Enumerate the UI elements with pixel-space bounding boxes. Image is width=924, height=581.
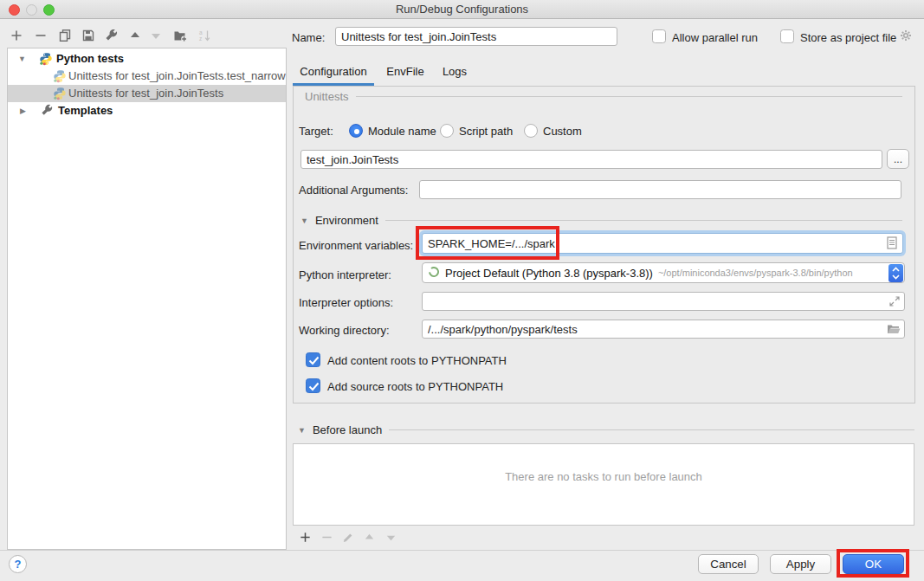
interpreter-name: Project Default (Python 3.8 (pyspark-3.8… [445,267,653,280]
add-icon [299,531,312,544]
add-configuration-button[interactable] [10,29,23,44]
save-icon [81,29,95,42]
svg-text:z: z [199,36,202,42]
templates-wrench-icon [41,104,54,122]
tree-item-test-narrow[interactable]: Unittests for test_join.JoinTests.test_n… [8,68,286,85]
browse-folder-icon[interactable] [887,323,901,338]
combobox-stepper[interactable] [888,264,903,282]
working-directory-input[interactable] [422,320,905,339]
sort-alphabetically-icon: az [197,29,211,42]
move-up-icon [128,29,142,42]
move-down-button [149,29,163,44]
expanded-chevron-icon[interactable]: ▼ [18,50,26,68]
footer-separator [0,550,924,551]
before-launch-move-up-button [363,531,376,545]
configuration-options-panel: Unittests Target: Module name Script pat… [293,86,915,403]
remove-configuration-button[interactable] [34,29,48,44]
before-launch-add-button[interactable] [299,531,312,545]
environment-variables-label: Environment variables: [299,239,413,252]
edit-templates-button[interactable] [105,29,119,44]
python-interpreter-label: Python interpreter: [299,268,391,281]
environment-section-chevron-icon[interactable]: ▼ [300,216,308,225]
new-folder-icon [173,29,187,42]
before-launch-move-down-button [384,531,397,545]
store-as-project-file-label: Store as project file [800,31,896,44]
move-up-button[interactable] [128,29,142,44]
pencil-icon [341,531,354,544]
radio-custom[interactable] [524,124,538,138]
working-directory-label: Working directory: [299,324,390,337]
allow-parallel-run-checkbox[interactable] [652,29,666,43]
collapsed-chevron-icon[interactable]: ▶ [20,102,26,119]
before-launch-task-list: There are no tasks to run before launch [293,443,914,526]
add-content-roots-checkbox[interactable] [306,352,320,367]
tree-item-label: Templates [58,102,113,119]
additional-arguments-label: Additional Arguments: [299,184,408,197]
store-as-project-file-checkbox[interactable] [780,29,794,43]
interpreter-options-label: Interpreter options: [299,296,393,309]
remove-icon [320,531,333,544]
add-source-roots-label: Add source roots to PYTHONPATH [327,380,503,393]
tree-item-templates[interactable]: ▶ Templates [8,102,286,119]
tree-item-python-tests[interactable]: ▼ Python tests [8,50,286,68]
before-launch-chevron-icon[interactable]: ▼ [298,426,306,435]
copy-icon [58,29,72,42]
python-interpreter-combobox[interactable]: Project Default (Python 3.8 (pyspark-3.8… [422,262,905,283]
tree-item-label: Unittests for test_join.JoinTests.test_n… [68,68,286,85]
add-source-roots-checkbox[interactable] [306,378,320,393]
radio-module-name-label: Module name [368,125,436,138]
allow-parallel-run-label: Allow parallel run [672,31,758,44]
configurations-tree: ▼ Python tests Unittests for test_join.J… [7,48,287,550]
run-debug-configurations-dialog: Run/Debug Configurations az ▼ Python tes… [0,0,924,581]
window-title: Run/Debug Configurations [0,3,924,16]
tree-item-label: Python tests [56,50,124,68]
save-configuration-button[interactable] [81,29,95,44]
add-icon [10,29,23,42]
radio-script-path-label: Script path [459,125,513,138]
radio-script-path[interactable] [440,124,454,138]
section-divider [389,429,914,430]
conda-environment-icon [428,266,440,281]
radio-custom-label: Custom [543,125,582,138]
tab-configuration[interactable]: Configuration [293,61,374,83]
before-launch-empty-text: There are no tasks to run before launch [294,470,914,483]
help-button[interactable]: ? [9,555,27,573]
move-down-icon [149,29,163,42]
move-up-icon [363,531,376,544]
ok-button[interactable]: OK [843,554,904,574]
new-folder-button[interactable] [173,29,187,44]
interpreter-path: ~/opt/miniconda3/envs/pyspark-3.8/bin/py… [658,268,853,278]
tab-logs[interactable]: Logs [436,61,473,83]
cancel-button[interactable]: Cancel [698,554,759,574]
gear-icon[interactable] [899,29,913,45]
environment-section-title: Environment [315,214,378,227]
before-launch-edit-button [341,531,354,545]
apply-button[interactable]: Apply [770,554,831,574]
radio-module-name[interactable] [349,124,363,138]
additional-arguments-input[interactable] [419,180,901,199]
name-input[interactable] [335,27,617,46]
before-launch-title: Before launch [313,423,382,436]
edit-variables-icon[interactable] [887,236,897,252]
tree-item-label: Unittests for test_join.JoinTests [68,85,223,102]
svg-text:a: a [199,29,203,36]
sort-configurations-button: az [197,29,211,44]
tree-item-jointests-selected[interactable]: Unittests for test_join.JoinTests [8,85,286,102]
expand-field-icon[interactable] [888,295,901,310]
name-label: Name: [292,31,325,44]
browse-button[interactable]: ... [887,149,909,169]
tab-envfile[interactable]: EnvFile [382,61,429,83]
section-divider [385,220,902,221]
group-divider [356,96,902,97]
check-icon [308,356,320,365]
move-down-icon [384,531,397,544]
add-content-roots-label: Add content roots to PYTHONPATH [327,354,507,367]
copy-configuration-button[interactable] [58,29,72,44]
target-label: Target: [299,125,333,138]
interpreter-options-input[interactable] [422,292,905,311]
remove-icon [34,29,48,42]
before-launch-remove-button [320,531,333,545]
unittests-group-label: Unittests [305,90,349,103]
module-name-input[interactable] [300,150,882,169]
environment-variables-input[interactable] [422,233,903,254]
